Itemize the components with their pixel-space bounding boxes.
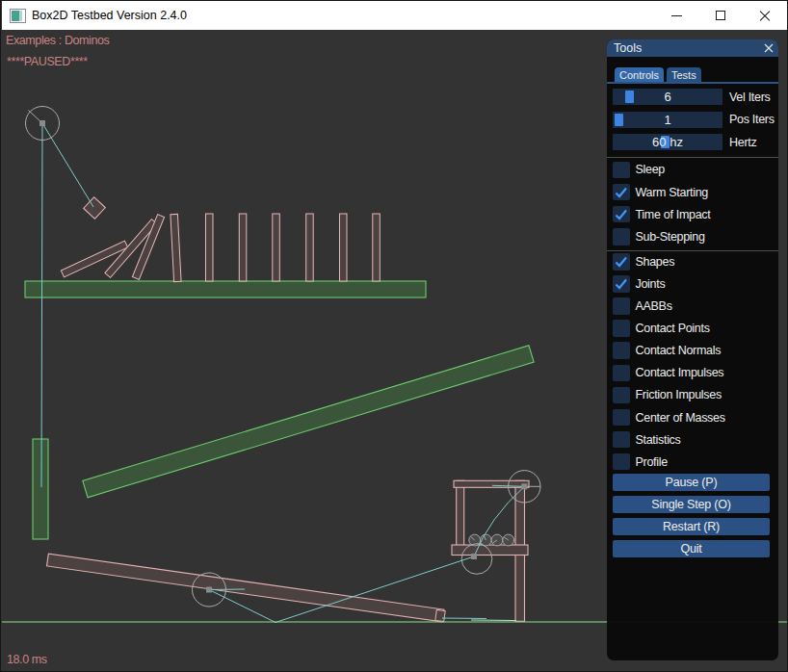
joints-checkbox[interactable] [613, 275, 630, 293]
slider-row-hertz: 60 hz Hertz [613, 134, 773, 150]
app-icon [10, 9, 26, 23]
dominos [61, 214, 380, 282]
checkbox-label: Time of Impact [636, 208, 711, 221]
checkbox-row-friction-impulses: Friction Impulses [613, 387, 773, 404]
checkmark-icon [613, 206, 630, 223]
checkbox-label: Sleep [636, 163, 665, 176]
slider-label: Hertz [729, 136, 756, 149]
checkbox-label: AABBs [636, 299, 672, 313]
checkbox-label: Statistics [636, 433, 681, 447]
checkbox-row-statistics: Statistics [613, 431, 773, 449]
app-window: Examples : Dominos ****PAUSED**** 18.0 m… [0, 0, 788, 672]
checkbox-row-shapes: Shapes [613, 253, 773, 271]
plank-end-block [435, 609, 445, 621]
window-title: Box2D Testbed Version 2.4.0 [32, 9, 187, 22]
slider-label: Pos Iters [729, 113, 775, 126]
checkmark-icon [613, 275, 630, 293]
checkbox-label: Contact Impulses [636, 366, 724, 379]
domino-platform [25, 281, 426, 297]
slider-row-vel-iters: 6 Vel Iters [613, 89, 773, 105]
slider-value: 1 [613, 112, 722, 128]
pos-iters-slider[interactable]: 1 [613, 112, 722, 128]
checkbox-row-sub-stepping: Sub-Stepping [613, 228, 773, 246]
tools-panel-titlebar[interactable]: Tools [607, 39, 778, 57]
restart-button[interactable]: Restart (R) [613, 518, 770, 535]
example-label: Examples : Dominos [6, 34, 109, 47]
shapes-checkbox[interactable] [613, 253, 630, 271]
slider-value: 6 [613, 89, 722, 105]
center-of-masses-checkbox[interactable] [613, 409, 630, 426]
seesaw-plank [47, 554, 444, 622]
slider-value: 60 hz [613, 134, 722, 150]
sleep-checkbox[interactable] [613, 162, 630, 179]
tab-tests[interactable]: Tests [667, 67, 701, 82]
sub-stepping-checkbox[interactable] [613, 228, 630, 246]
tabbar: Controls Tests [607, 67, 778, 82]
checkbox-row-profile: Profile [613, 453, 773, 471]
contact-points-checkbox[interactable] [613, 320, 630, 337]
checkbox-row-sleep: Sleep [613, 162, 773, 179]
checkbox-row-aabbs: AABBs [613, 297, 773, 315]
checkbox-label: Contact Normals [636, 344, 722, 357]
checkbox-row-joints: Joints [613, 275, 773, 293]
checkbox-row-contact-points: Contact Points [613, 320, 773, 337]
single-step-button[interactable]: Single Step (O) [613, 496, 770, 513]
paused-label: ****PAUSED**** [7, 55, 88, 68]
checkbox-row-contact-impulses: Contact Impulses [613, 365, 773, 382]
checkbox-label: Joints [636, 277, 666, 291]
checkbox-label: Warm Starting [636, 186, 709, 199]
panel-close-icon[interactable] [763, 42, 775, 54]
separator [607, 157, 778, 158]
checkbox-row-time-of-impact: Time of Impact [613, 206, 773, 223]
contact-impulses-checkbox[interactable] [613, 365, 630, 382]
joint-anchor-squares [39, 120, 527, 593]
counterweight-block [33, 439, 48, 539]
tab-controls[interactable]: Controls [615, 67, 664, 82]
time-of-impact-checkbox[interactable] [613, 206, 630, 223]
tools-panel-title: Tools [614, 41, 642, 55]
close-button[interactable] [743, 1, 787, 30]
separator [607, 250, 778, 251]
checkmark-icon [613, 253, 630, 271]
frame-time-label: 18.0 ms [7, 653, 47, 666]
angled-plank [83, 346, 534, 498]
checkbox-label: Center of Masses [636, 411, 725, 425]
pause-button[interactable]: Pause (P) [613, 474, 770, 491]
close-icon [759, 10, 771, 21]
joint-line-pale [471, 620, 516, 621]
minimize-button[interactable] [654, 1, 698, 30]
checkbox-row-center-of-masses: Center of Masses [613, 409, 773, 426]
profile-checkbox[interactable] [613, 453, 630, 471]
checkbox-label: Contact Points [636, 322, 710, 335]
checkbox-label: Profile [636, 455, 668, 469]
friction-impulses-checkbox[interactable] [613, 387, 630, 404]
tools-panel: Tools Controls Tests 6 Vel Iters [607, 39, 778, 660]
vel-iters-slider[interactable]: 6 [613, 89, 722, 105]
hertz-slider[interactable]: 60 hz [613, 134, 722, 150]
warm-starting-checkbox[interactable] [613, 184, 630, 201]
aabbs-checkbox[interactable] [613, 297, 630, 315]
contact-normals-checkbox[interactable] [613, 342, 630, 359]
checkmark-icon [613, 184, 630, 201]
slider-label: Vel Iters [729, 90, 770, 104]
checkbox-row-warm-starting: Warm Starting [613, 184, 773, 201]
checkbox-label: Friction Impulses [636, 388, 722, 401]
maximize-button[interactable] [698, 1, 743, 30]
checkbox-label: Shapes [636, 255, 675, 269]
checkbox-label: Sub-Stepping [636, 230, 705, 244]
maximize-icon [716, 11, 725, 20]
statistics-checkbox[interactable] [613, 431, 630, 449]
minimize-icon [671, 15, 682, 16]
slider-row-pos-iters: 1 Pos Iters [613, 112, 773, 128]
quit-button[interactable]: Quit [613, 540, 770, 557]
checkbox-row-contact-normals: Contact Normals [613, 342, 773, 359]
pendulum-box [84, 197, 106, 220]
window-titlebar[interactable]: Box2D Testbed Version 2.4.0 [2, 1, 787, 30]
